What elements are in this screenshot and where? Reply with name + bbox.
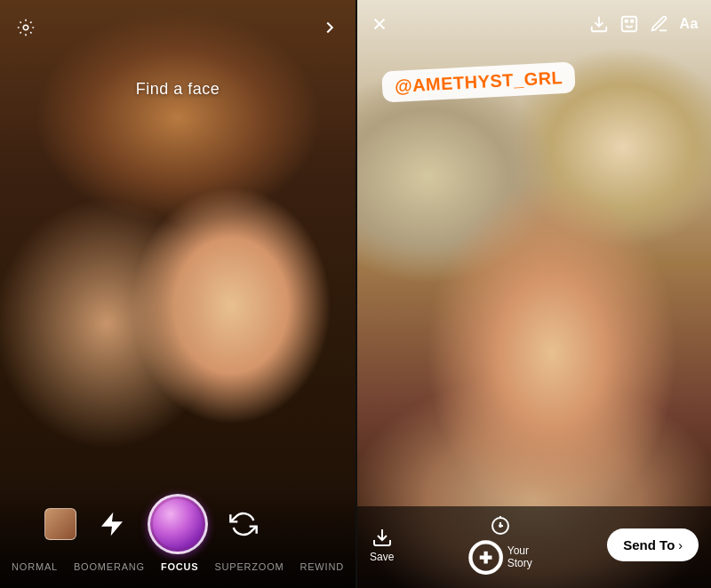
svg-point-12 — [499, 525, 501, 527]
your-story-row: Your Story — [467, 539, 535, 576]
text-tool-aa[interactable]: Aa — [680, 16, 699, 32]
svg-point-6 — [625, 20, 627, 22]
shutter-inner — [153, 499, 203, 549]
save-icon — [371, 527, 393, 548]
mention-text: @AMETHYST_GRL — [395, 68, 563, 96]
send-to-label: Send To — [623, 537, 675, 552]
find-face-label: Find a face — [0, 80, 356, 99]
right-bottom-bar: Save Your Story — [357, 506, 711, 588]
flip-camera-icon[interactable] — [229, 510, 258, 538]
your-story-label: Your Story — [507, 544, 534, 569]
svg-point-0 — [23, 25, 28, 30]
svg-point-7 — [630, 20, 633, 22]
flash-icon[interactable] — [98, 510, 126, 538]
mode-boomerang[interactable]: BOOMERANG — [74, 561, 145, 572]
mode-superzoom[interactable]: SUPERZOOM — [214, 561, 284, 572]
left-bottom-bar: NORMAL BOOMERANG FOCUS SUPERZOOM REWIND — [0, 487, 356, 588]
svg-marker-1 — [101, 513, 123, 536]
svg-rect-5 — [621, 17, 636, 32]
mode-normal[interactable]: NORMAL — [12, 561, 58, 572]
draw-icon[interactable] — [650, 14, 669, 34]
shutter-button[interactable] — [148, 494, 208, 554]
save-action[interactable]: Save — [370, 527, 394, 563]
download-icon[interactable] — [589, 14, 609, 34]
right-top-actions: Aa — [589, 14, 699, 34]
left-top-bar — [0, 18, 356, 37]
your-story-icon — [490, 515, 511, 536]
save-label: Save — [370, 551, 394, 563]
right-top-bar: Aa — [357, 14, 711, 34]
gallery-thumbnail[interactable] — [44, 508, 76, 540]
settings-icon[interactable] — [16, 18, 36, 37]
left-camera-panel: Find a face — [0, 0, 356, 588]
chevron-right-icon[interactable] — [320, 18, 340, 37]
your-story-action[interactable]: Your Story — [467, 515, 535, 576]
camera-controls — [0, 487, 356, 560]
camera-modes-bar: NORMAL BOOMERANG FOCUS SUPERZOOM REWIND — [0, 560, 356, 579]
send-to-button[interactable]: Send To › — [607, 528, 699, 561]
mode-rewind[interactable]: REWIND — [300, 561, 343, 572]
close-icon[interactable] — [370, 14, 389, 34]
sticker-icon[interactable] — [619, 14, 639, 34]
right-story-panel: Aa @AMETHYST_GRL Save — [357, 0, 711, 588]
mode-focus[interactable]: FOCUS — [161, 561, 199, 572]
send-chevron-icon: › — [678, 538, 683, 552]
plus-circle-icon — [467, 539, 504, 576]
